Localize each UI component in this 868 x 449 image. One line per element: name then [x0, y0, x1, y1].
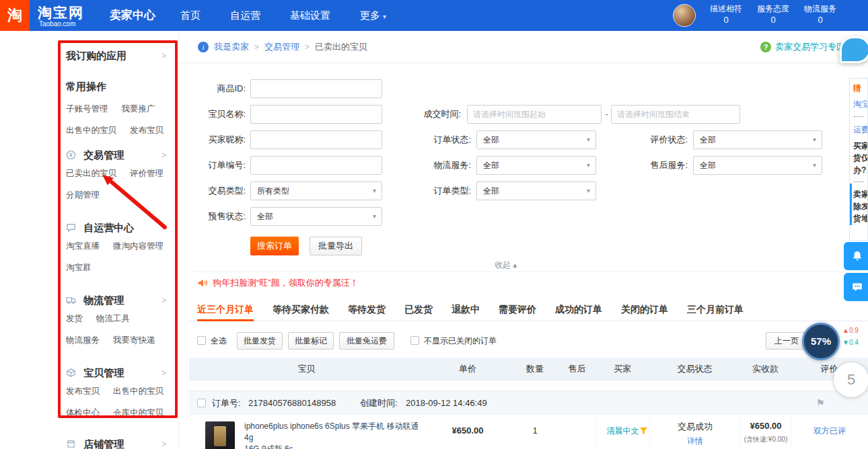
trade-type-select[interactable]: 所有类型 ▾: [250, 181, 382, 200]
sidebar-item-rating-mgmt[interactable]: 评价管理: [130, 168, 164, 179]
nav-self-operate[interactable]: 自运营: [230, 0, 260, 31]
nav-more[interactable]: 更多▾: [360, 0, 386, 31]
message-button[interactable]: [844, 273, 868, 301]
sidebar-item-weitao[interactable]: 微淘内容管理: [113, 241, 164, 252]
product-title[interactable]: iphone6plus iphone6s 6Splus 苹果手机 移动联通4g …: [244, 421, 419, 449]
learn-zone-link[interactable]: ? 卖家交易学习专区: [760, 31, 845, 63]
stat-logistics-service[interactable]: 物流服务 0: [797, 3, 843, 26]
faq-link[interactable]: 淘宝: [853, 99, 868, 110]
taobao-logo-text[interactable]: 淘宝网: [38, 3, 84, 22]
chevron-right-icon[interactable]: >: [161, 296, 166, 305]
bulk-mark-button[interactable]: 批量标记: [288, 332, 334, 350]
stat-description-match[interactable]: 描述相符 0: [703, 3, 749, 26]
shipping-note: (含快递:¥0.00): [741, 435, 791, 444]
filter-icon[interactable]: [639, 427, 648, 435]
faq-question[interactable]: 除发: [853, 201, 868, 212]
tab-closed[interactable]: 关闭的订单: [621, 298, 668, 321]
search-orders-button[interactable]: 搜索订单: [250, 237, 299, 255]
sidebar-item-installment[interactable]: 分期管理: [66, 190, 100, 201]
sidebar-section-items[interactable]: 宝贝管理: [66, 367, 124, 380]
sidebar-item-logistics-service[interactable]: 物流服务: [66, 335, 100, 346]
sidebar-item-express[interactable]: 我要寄快递: [113, 335, 155, 346]
col-aftersale: 售后: [558, 358, 595, 380]
tab-refunding[interactable]: 退款中: [451, 298, 480, 321]
sidebar-item-logistics-tools[interactable]: 物流工具: [96, 313, 130, 325]
score-ring[interactable]: 57%: [802, 323, 840, 360]
sidebar-item-publish2[interactable]: 发布宝贝: [66, 386, 100, 397]
tab-shipped[interactable]: 已发货: [404, 298, 433, 321]
rating-status[interactable]: 双方已评: [791, 425, 868, 437]
notification-bell-button[interactable]: [844, 242, 868, 270]
hide-closed-checkbox[interactable]: [410, 336, 419, 345]
chat-bubble-button[interactable]: [840, 36, 868, 63]
order-no-input[interactable]: [250, 156, 382, 175]
sidebar-item-checkup[interactable]: 体检中心: [66, 407, 100, 419]
item-name-input[interactable]: [250, 105, 382, 124]
bulk-ship-button[interactable]: 批量发货: [237, 332, 283, 350]
buyer-nick-input[interactable]: [250, 130, 382, 149]
tab-await-shipment[interactable]: 等待发货: [348, 298, 386, 321]
bulk-export-button[interactable]: 批量导出: [310, 237, 362, 255]
breadcrumb-home[interactable]: 我是卖家: [214, 41, 249, 53]
order-status-select[interactable]: 全部 ▾: [476, 130, 596, 149]
sidebar-purchased-apps[interactable]: 我订购的应用: [66, 50, 126, 63]
product-image[interactable]: [205, 421, 235, 449]
time-end-input[interactable]: [611, 105, 740, 124]
label-order-status: 订单状态:: [414, 130, 471, 149]
sidebar-item-publish[interactable]: 发布宝贝: [130, 125, 164, 136]
faq-question[interactable]: 货仅: [853, 153, 868, 164]
taobao-logo-icon[interactable]: 淘: [0, 0, 30, 31]
promo-notice[interactable]: 狗年扫脸测“旺”颜，领取你的专属汪！: [197, 277, 359, 289]
chevron-right-icon[interactable]: >: [161, 151, 166, 160]
avatar[interactable]: [673, 4, 696, 27]
tab-successful[interactable]: 成功的订单: [555, 298, 602, 321]
time-start-input[interactable]: [467, 105, 602, 124]
rating-cell: 双方已评: [791, 415, 868, 449]
tab-need-rating[interactable]: 需要评价: [499, 298, 536, 321]
presale-select[interactable]: 全部 ▾: [250, 207, 382, 226]
tab-recent-3-months[interactable]: 近三个月订单: [197, 298, 254, 321]
flag-icon[interactable]: ⚑: [816, 391, 825, 415]
order-checkbox[interactable]: [197, 399, 206, 407]
sidebar-item-subaccount[interactable]: 子账号管理: [66, 104, 108, 115]
select-all-checkbox[interactable]: [197, 336, 206, 345]
breadcrumb-trade[interactable]: 交易管理: [264, 41, 299, 53]
rate-status-select[interactable]: 全部 ▾: [693, 130, 822, 149]
sidebar-item-sold-items[interactable]: 已卖出的宝贝: [66, 168, 116, 179]
sidebar-item-live[interactable]: 淘宝直播: [66, 241, 100, 252]
chevron-down-icon: ▾: [813, 131, 816, 149]
chevron-right-icon[interactable]: >: [161, 368, 166, 378]
sidebar-section-shop[interactable]: 店铺管理: [66, 438, 124, 449]
sidebar-item-onsale2[interactable]: 出售中的宝贝: [113, 386, 164, 397]
collapse-toggle[interactable]: 收起 ▴: [495, 259, 517, 271]
sidebar-trade-items: 已卖出的宝贝 评价管理 分期管理: [66, 168, 170, 201]
sidebar-item-onsale[interactable]: 出售中的宝贝: [66, 125, 116, 136]
logistics-select[interactable]: 全部 ▾: [476, 156, 596, 175]
sidebar-item-promote[interactable]: 我要推广: [122, 104, 155, 115]
faq-question[interactable]: 买家: [853, 140, 868, 152]
tab-await-payment[interactable]: 等待买家付款: [273, 298, 329, 321]
tab-older-3-months[interactable]: 三个月前订单: [687, 298, 744, 321]
after-sale-select[interactable]: 全部 ▾: [693, 156, 822, 175]
chevron-right-icon[interactable]: >: [161, 440, 166, 449]
product-id-input[interactable]: [250, 79, 382, 98]
faq-question[interactable]: 办?: [853, 165, 866, 176]
nav-basic-settings[interactable]: 基础设置: [290, 0, 330, 31]
nav-home[interactable]: 首页: [180, 0, 201, 31]
sidebar-item-warehouse[interactable]: 仓库中的宝贝: [113, 407, 164, 419]
faq-question[interactable]: 卖家: [853, 189, 868, 200]
stat-service-attitude[interactable]: 服务态度 0: [750, 3, 796, 26]
sidebar-section-trade[interactable]: 交易管理: [66, 149, 124, 162]
floating-count-bubble[interactable]: 5: [833, 362, 868, 398]
sidebar-item-ship[interactable]: 发货: [66, 313, 83, 325]
chevron-right-icon[interactable]: >: [161, 223, 166, 233]
faq-question[interactable]: 货地: [853, 213, 868, 225]
sidebar-item-group[interactable]: 淘宝群: [66, 262, 92, 274]
detail-link[interactable]: 详情: [650, 436, 740, 447]
sidebar-section-logistics[interactable]: 物流管理: [66, 294, 124, 307]
faq-link[interactable]: 运费: [853, 124, 868, 136]
bulk-free-shipping-button[interactable]: 批量免运费: [339, 332, 394, 350]
chevron-right-icon[interactable]: >: [161, 51, 166, 60]
order-type-select[interactable]: 全部 ▾: [476, 181, 596, 200]
sidebar-section-self-operate[interactable]: 自运营中心: [66, 222, 134, 235]
